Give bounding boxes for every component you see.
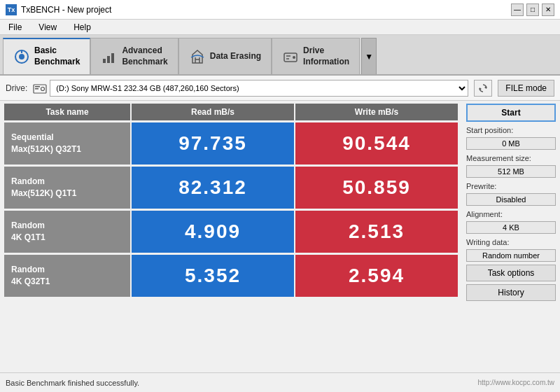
alignment-label: Alignment: (466, 210, 556, 218)
svg-rect-3 (103, 59, 106, 63)
table-row: Random4K Q1T1 4.909 2.513 (4, 211, 458, 253)
tab-drive-information[interactable]: DriveInformation (272, 38, 360, 74)
start-position-value: 0 MB (466, 137, 556, 150)
tab-advanced-label: AdvancedBenchmark (122, 46, 167, 67)
table-row: Random4K Q32T1 5.352 2.594 (4, 255, 458, 297)
write-value-sequential: 90.544 (295, 122, 458, 164)
tab-dropdown[interactable]: ▼ (361, 38, 377, 74)
title-bar: Tx TxBENCH - New project — □ ✕ (0, 0, 560, 20)
minimize-button[interactable]: — (511, 4, 524, 16)
svg-rect-4 (107, 56, 110, 63)
menu-help[interactable]: Help (71, 22, 94, 33)
alignment-value: 4 KB (466, 221, 556, 234)
drive-select[interactable]: (D:) Sony MRW-S1 232.34 GB (487,260,160 … (50, 80, 468, 97)
task-name-sequential: SequentialMax(512K) Q32T1 (4, 122, 130, 164)
tab-data-erasing[interactable]: Data Erasing (178, 38, 272, 74)
history-button[interactable]: History (466, 284, 556, 301)
write-value-random-512k: 50.859 (295, 167, 458, 209)
title-bar-controls: — □ ✕ (511, 4, 554, 16)
svg-marker-18 (484, 86, 486, 89)
prewrite-value: Disabled (466, 193, 556, 206)
tab-erasing-label: Data Erasing (210, 51, 261, 62)
menu-bar: File View Help (0, 20, 560, 35)
table-row: RandomMax(512K) Q1T1 82.312 50.859 (4, 167, 458, 209)
drive-information-icon (282, 48, 299, 65)
right-panel: Start Start position: 0 MB Measurement s… (462, 101, 560, 372)
file-mode-button[interactable]: FILE mode (498, 80, 554, 97)
status-bar: Basic Benchmark finished successfully. h… (0, 372, 560, 392)
read-value-sequential: 97.735 (132, 122, 294, 164)
drive-label: Drive: (6, 83, 27, 93)
svg-rect-5 (111, 53, 114, 63)
table-row: SequentialMax(512K) Q32T1 97.735 90.544 (4, 122, 458, 164)
measurement-size-label: Measurement size: (466, 154, 556, 162)
svg-point-11 (293, 56, 295, 59)
app-icon: Tx (6, 4, 17, 15)
task-name-random-4k-q32: Random4K Q32T1 (4, 255, 130, 297)
close-button[interactable]: ✕ (542, 4, 554, 16)
advanced-benchmark-icon (101, 48, 118, 65)
col-header-read: Read mB/s (132, 104, 294, 120)
start-position-label: Start position: (466, 126, 556, 134)
measurement-size-value: 512 MB (466, 165, 556, 178)
svg-point-15 (41, 87, 45, 90)
status-message: Basic Benchmark finished successfully. (6, 379, 139, 387)
drive-icon (33, 82, 47, 94)
writing-data-value: Random number (466, 249, 556, 262)
task-options-button[interactable]: Task options (466, 265, 556, 281)
writing-data-label: Writing data: (466, 238, 556, 246)
basic-benchmark-icon (13, 48, 30, 65)
svg-rect-16 (35, 86, 40, 88)
data-erasing-icon (189, 48, 206, 65)
read-value-random-512k: 82.312 (132, 167, 294, 209)
svg-marker-19 (479, 88, 482, 90)
menu-file[interactable]: File (6, 22, 24, 33)
write-value-random-4k-q1: 2.513 (295, 211, 458, 253)
bench-area: Task name Read mB/s Write mB/s Sequentia… (0, 101, 462, 372)
svg-point-1 (19, 54, 24, 59)
col-header-write: Write mB/s (295, 104, 458, 120)
svg-rect-17 (35, 88, 38, 90)
menu-view[interactable]: View (36, 22, 59, 33)
task-name-random-4k-q1: Random4K Q1T1 (4, 211, 130, 253)
read-value-random-4k-q32: 5.352 (132, 255, 294, 297)
read-value-random-4k-q1: 4.909 (132, 211, 294, 253)
task-name-random-512k: RandomMax(512K) Q1T1 (4, 167, 130, 209)
main-area: Task name Read mB/s Write mB/s Sequentia… (0, 101, 560, 372)
svg-marker-6 (192, 50, 202, 63)
col-header-task: Task name (4, 104, 130, 120)
write-value-random-4k-q32: 2.594 (295, 255, 458, 297)
start-button[interactable]: Start (466, 104, 556, 122)
tab-advanced-benchmark[interactable]: AdvancedBenchmark (90, 38, 178, 74)
drive-bar: Drive: (D:) Sony MRW-S1 232.34 GB (487,2… (0, 76, 560, 101)
tab-basic-label: BasicBenchmark (34, 46, 80, 67)
maximize-button[interactable]: □ (526, 4, 539, 16)
prewrite-label: Prewrite: (466, 182, 556, 190)
drive-refresh-button[interactable] (474, 80, 492, 97)
title-bar-left: Tx TxBENCH - New project (6, 4, 111, 15)
toolbar: BasicBenchmark AdvancedBenchmark Data Er… (0, 35, 560, 76)
tab-drive-label: DriveInformation (303, 46, 349, 67)
tab-basic-benchmark[interactable]: BasicBenchmark (3, 38, 90, 74)
status-url: http://www.kocpc.com.tw (478, 379, 554, 386)
app-title: TxBENCH - New project (21, 5, 111, 15)
bench-header: Task name Read mB/s Write mB/s (4, 104, 458, 120)
